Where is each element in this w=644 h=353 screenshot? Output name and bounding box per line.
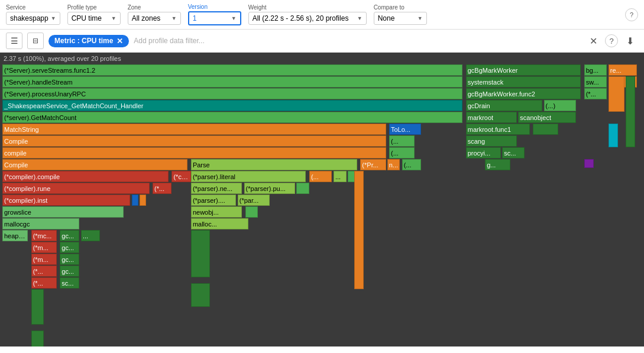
flame-block-mallocgc[interactable]: mallocgc — [2, 218, 79, 229]
close-button[interactable]: ✕ — [585, 33, 601, 49]
flame-block-gcbgmark2[interactable]: gcBgMarkWorker.func2 — [466, 88, 581, 99]
flame-block-co[interactable]: (*co... — [171, 171, 190, 182]
flame-block-right-orange[interactable] — [609, 76, 624, 112]
flame-block-gcdrain[interactable]: gcDrain — [466, 100, 543, 111]
flame-block-bg[interactable]: bg... — [584, 64, 607, 76]
flame-block-gc2[interactable]: ... — [81, 230, 100, 241]
flame-block-oparen1[interactable]: (... — [389, 135, 415, 147]
flame-block-green-small[interactable] — [245, 206, 258, 218]
flame-block-procyi[interactable]: procyi... — [466, 147, 501, 158]
flame-block-gc4[interactable]: gc... — [60, 254, 79, 265]
flame-block-shakespeare[interactable]: _ShakespeareService_GetMatchCount_Handle… — [2, 100, 462, 111]
compare-value: None — [378, 14, 395, 22]
flame-block-compiler-inst[interactable]: (*compiler).inst — [2, 195, 130, 206]
menu-icon[interactable]: ☰ — [6, 33, 22, 49]
flame-block-markroot-func1[interactable]: markroot.func1 — [466, 124, 530, 135]
flame-block-parser-bottom[interactable] — [191, 230, 210, 277]
flame-block-parse[interactable]: Parse — [191, 159, 357, 170]
compare-filter: Compare to None ▼ — [374, 4, 427, 25]
flame-block-pr[interactable]: (*Pr... — [360, 159, 386, 170]
flame-graph-container: 2.37 s (100%), averaged over 20 profiles… — [0, 53, 644, 346]
flame-block-serve-streams[interactable]: (*Server).serveStreams.func1.2 — [2, 64, 462, 76]
flame-block-compile2[interactable]: compile — [2, 147, 386, 158]
flame-block-parser-pu[interactable]: (*parser).pu... — [244, 183, 295, 194]
profile-type-select[interactable]: CPU time ▼ — [67, 12, 121, 25]
flame-block-gcbgmark[interactable]: gcBgMarkWorker — [466, 64, 581, 76]
flame-block-newobj[interactable]: newobj... — [191, 206, 242, 218]
flame-block-par[interactable]: (*par... — [238, 195, 270, 206]
flame-block-bottom2[interactable] — [31, 331, 44, 346]
flame-block-compile1[interactable]: Compile — [2, 135, 386, 147]
service-chevron-icon: ▼ — [51, 15, 56, 21]
flame-block-parser-ne[interactable]: (*parser).ne... — [191, 183, 242, 194]
zone-filter: Zone All zones ▼ — [128, 4, 181, 25]
flame-block-star2[interactable]: (*... — [153, 183, 171, 194]
flame-block-parser-bottom2[interactable] — [191, 283, 210, 307]
flame-block-compile-tall[interactable] — [354, 171, 364, 289]
flame-block-gc[interactable]: gc... — [60, 230, 79, 241]
flame-block-right-cyan[interactable] — [609, 124, 618, 147]
flame-block-orange-small[interactable] — [140, 195, 146, 206]
help-icon[interactable]: ? — [605, 34, 618, 47]
flame-block-blue-small[interactable] — [132, 195, 138, 206]
flame-block-markroot[interactable]: markroot — [466, 112, 517, 123]
compare-select[interactable]: None ▼ — [374, 12, 427, 25]
flame-block-scanobject[interactable]: scanobject — [518, 112, 575, 123]
help-button[interactable]: ? — [625, 8, 638, 21]
flame-block-dots[interactable]: ... — [334, 171, 347, 182]
chip-close-icon[interactable]: ✕ — [116, 37, 123, 46]
download-icon[interactable]: ⬇ — [622, 33, 638, 49]
flame-block-parser-literal[interactable]: (*parser).literal — [191, 171, 306, 182]
flame-block-m3[interactable]: (*m... — [31, 254, 57, 265]
flame-block-compile3[interactable]: Compile — [2, 159, 187, 170]
flame-block-handle-stream[interactable]: (*Server).handleStream — [2, 76, 462, 88]
service-label: Service — [6, 4, 60, 11]
flame-block-process-unary[interactable]: (*Server).processUnaryRPC — [2, 88, 462, 99]
flame-block-oparen3[interactable]: (... — [402, 159, 421, 170]
zone-label: Zone — [128, 4, 181, 11]
flame-graph[interactable]: (*Server).serveStreams.func1.2 gcBgMarkW… — [2, 64, 642, 344]
flame-block-tolo[interactable]: ToLo... — [389, 124, 421, 135]
flame-block-right-purple[interactable] — [584, 159, 594, 168]
flame-block-mc[interactable]: (*mc... — [31, 230, 57, 241]
flame-block-open-paren[interactable]: (...) — [544, 100, 576, 111]
filter-icon[interactable]: ⊟ — [27, 33, 44, 49]
flame-block-oparen2[interactable]: (... — [389, 147, 415, 158]
flame-block-compiler-compile[interactable]: (*compiler).compile — [2, 171, 169, 182]
flame-block-m2[interactable]: (*m... — [31, 242, 57, 253]
flame-block-re[interactable]: re... — [609, 64, 637, 76]
flame-block-n[interactable]: n... — [387, 159, 400, 170]
weight-select[interactable]: All (2.22 s - 2.56 s), 20 profiles ▼ — [248, 12, 367, 25]
flame-block-star3[interactable]: (*... — [31, 265, 57, 277]
flame-block-sc2[interactable]: sc... — [60, 277, 79, 289]
version-select[interactable]: 1 ▼ — [188, 11, 241, 25]
flame-block-get-match-count[interactable]: (*server).GetMatchCount — [2, 112, 462, 123]
flame-block-gc3[interactable]: gc... — [60, 242, 79, 253]
version-filter: Version 1 ▼ — [188, 4, 241, 25]
service-select[interactable]: shakespapp ▼ — [6, 12, 60, 25]
flame-block-small2[interactable] — [296, 183, 309, 194]
flame-block-growslice[interactable]: growslice — [2, 206, 124, 218]
flame-block-systemstack[interactable]: systemstack — [466, 76, 581, 88]
flame-block-heapb[interactable]: heapB... — [2, 230, 28, 241]
zone-select[interactable]: All zones ▼ — [128, 12, 181, 25]
flame-block-star[interactable]: (*... — [584, 88, 607, 99]
flame-block-gc5[interactable]: gc... — [60, 265, 79, 277]
flame-block-right-green[interactable] — [626, 76, 635, 147]
add-filter-placeholder[interactable]: Add profile data filter... — [134, 37, 580, 45]
profile-type-chevron-icon: ▼ — [111, 15, 116, 21]
flame-block-empty1[interactable] — [533, 124, 558, 135]
flame-block-parser-dots[interactable]: (*parser).... — [191, 195, 236, 206]
flame-block-g[interactable]: g... — [485, 159, 510, 170]
flame-block-oparen4[interactable]: (... — [309, 171, 332, 182]
flame-block-sw[interactable]: sw... — [584, 76, 607, 88]
flame-block-star4[interactable]: (*... — [31, 277, 57, 289]
flame-block-sc[interactable]: sc... — [502, 147, 525, 158]
flame-block-compiler-rune[interactable]: (*compiler).rune — [2, 183, 150, 194]
flame-block-bottom1[interactable] — [31, 289, 44, 325]
metric-chip[interactable]: Metric : CPU time ✕ — [48, 35, 129, 47]
compare-chevron-icon: ▼ — [418, 15, 423, 21]
flame-block-scang[interactable]: scang — [466, 135, 517, 147]
flame-block-matchstring[interactable]: MatchString — [2, 124, 386, 135]
flame-block-malloc[interactable]: malloc... — [191, 218, 248, 229]
